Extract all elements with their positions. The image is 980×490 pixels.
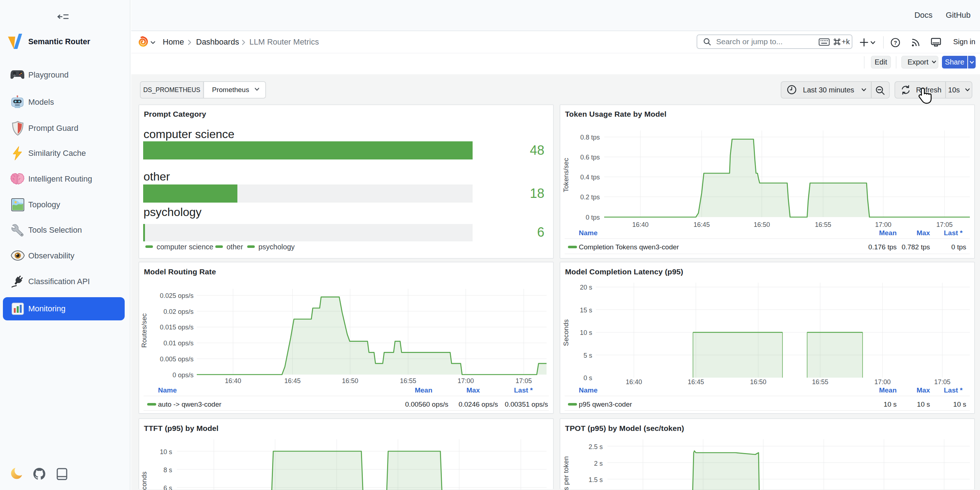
svg-text:0.02 ops/s: 0.02 ops/s [164, 308, 194, 315]
svg-text:Tokens/sec: Tokens/sec [562, 158, 570, 192]
svg-text:16:50: 16:50 [342, 377, 358, 385]
svg-text:17:00: 17:00 [457, 377, 474, 385]
svg-text:16:55: 16:55 [400, 377, 416, 385]
svg-text:8 s: 8 s [164, 466, 172, 474]
svg-text:0 s: 0 s [584, 374, 592, 382]
svg-text:16:40: 16:40 [225, 377, 241, 385]
svg-text:17:00: 17:00 [875, 221, 891, 228]
svg-text:1.5 s: 1.5 s [589, 476, 603, 484]
svg-text:Seconds: Seconds [562, 319, 570, 346]
svg-text:16:45: 16:45 [284, 377, 301, 385]
svg-text:10 s: 10 s [580, 329, 592, 336]
svg-text:16:40: 16:40 [625, 379, 642, 386]
svg-text:10 s: 10 s [160, 448, 172, 455]
svg-text:5 s: 5 s [584, 352, 592, 359]
svg-text:0.015 ops/s: 0.015 ops/s [160, 324, 194, 331]
svg-text:16:45: 16:45 [687, 379, 704, 386]
svg-text:0.01 ops/s: 0.01 ops/s [164, 340, 194, 347]
svg-text:0.2 tps: 0.2 tps [580, 194, 600, 201]
svg-text:17:05: 17:05 [936, 221, 953, 228]
svg-text:16:50: 16:50 [750, 379, 766, 386]
svg-text:0.4 tps: 0.4 tps [580, 173, 600, 181]
svg-text:Routes/sec: Routes/sec [140, 313, 148, 348]
svg-text:0.005 ops/s: 0.005 ops/s [160, 356, 194, 363]
svg-text:17:05: 17:05 [934, 379, 950, 386]
svg-text:15 s: 15 s [580, 307, 592, 314]
svg-text:6 s: 6 s [164, 485, 172, 490]
svg-text:16:50: 16:50 [754, 221, 770, 228]
svg-text:0 tps: 0 tps [586, 214, 600, 221]
svg-text:16:55: 16:55 [815, 221, 831, 228]
svg-text:Seconds: Seconds [140, 471, 148, 490]
svg-text:17:05: 17:05 [515, 377, 532, 385]
svg-text:16:45: 16:45 [693, 221, 710, 228]
svg-text:17:00: 17:00 [874, 379, 891, 386]
svg-text:16:40: 16:40 [632, 221, 648, 228]
svg-text:Seconds per token: Seconds per token [562, 456, 570, 490]
svg-text:0.6 tps: 0.6 tps [580, 154, 600, 161]
svg-text:?: ? [894, 40, 897, 46]
svg-text:0 ops/s: 0 ops/s [172, 371, 194, 379]
svg-text:20 s: 20 s [580, 284, 592, 291]
svg-text:2.5 s: 2.5 s [589, 443, 603, 450]
svg-text:2 s: 2 s [594, 460, 603, 467]
svg-text:0.025 ops/s: 0.025 ops/s [160, 292, 194, 299]
svg-text:0.8 tps: 0.8 tps [580, 134, 600, 141]
svg-text:16:55: 16:55 [812, 379, 828, 386]
